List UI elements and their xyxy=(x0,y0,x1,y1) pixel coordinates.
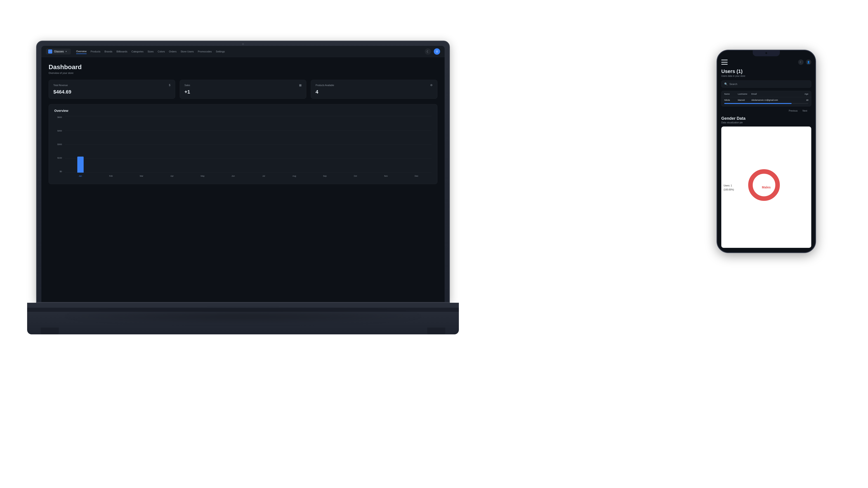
phone-theme-icon[interactable]: ☾ xyxy=(798,59,804,65)
nav-link-colors[interactable]: Colors xyxy=(158,49,165,54)
phone-page-title: Users (1) xyxy=(721,68,811,74)
chart-month-apr: Apr xyxy=(157,173,187,180)
laptop-feet xyxy=(41,328,445,334)
laptop-camera xyxy=(242,43,244,45)
nav-link-categories[interactable]: Categories xyxy=(131,49,143,54)
chart-month-jul: Jul xyxy=(248,173,279,180)
chart-bar-jan xyxy=(77,157,84,173)
stat-header-products: Products Available ⚙ xyxy=(315,84,433,87)
chart-col-jan xyxy=(65,157,96,173)
td-lastname: Marović xyxy=(738,99,751,101)
nav-bar: 👓 Glasses ▾ Overview Products Brands Bil… xyxy=(41,46,445,57)
phone: ☾ 👤 Users (1) Users data in your store 🔍… xyxy=(717,50,816,253)
donut-legend-text: Users: 1(100.00%) xyxy=(723,184,734,191)
chart-month-aug: Aug xyxy=(279,173,309,180)
chart-y-labels: $600 $450 $300 $150 $0 xyxy=(54,116,63,173)
nav-link-settings[interactable]: Settings xyxy=(216,49,225,54)
chart-y-label-2: $150 xyxy=(54,157,63,159)
chart-y-label-4: $450 xyxy=(54,130,63,132)
chart-month-feb: Feb xyxy=(96,173,126,180)
table-scrollbar[interactable] xyxy=(724,103,808,104)
chart-y-label-5: $600 xyxy=(54,116,63,119)
next-button[interactable]: Next xyxy=(801,109,809,112)
th-email: Email xyxy=(751,93,803,95)
laptop-foot-right xyxy=(427,328,445,334)
stat-icon-sales: ▦ xyxy=(299,84,302,87)
table-row[interactable]: Nikola Marović nikolamarovic.11@gmail.co… xyxy=(721,97,811,103)
stat-header-revenue: Total Revenue $ xyxy=(53,84,170,87)
nav-brand[interactable]: 👓 Glasses ▾ xyxy=(46,48,71,55)
donut-chart: Males xyxy=(746,167,786,207)
user-avatar[interactable]: U xyxy=(434,48,440,55)
stat-value-sales: +1 xyxy=(184,89,190,95)
page-title: Dashboard xyxy=(49,64,437,71)
laptop-body: 👓 Glasses ▾ Overview Products Brands Bil… xyxy=(36,41,450,303)
users-table: Name Lastname Email Age Nikola Marović n… xyxy=(721,91,811,106)
table-header: Name Lastname Email Age xyxy=(721,91,811,97)
td-email: nikolamarovic.11@gmail.com xyxy=(751,99,803,101)
chart-month-oct: Oct xyxy=(340,173,371,180)
chart-month-jun: Jun xyxy=(218,173,248,180)
donut-legend: Users: 1(100.00%) xyxy=(723,183,734,191)
phone-notch xyxy=(753,51,780,56)
stat-icon-revenue: $ xyxy=(169,84,170,87)
laptop-foot-left xyxy=(41,328,59,334)
stat-header-sales: Sales ▦ xyxy=(184,84,302,87)
gender-section-title: Gender Data xyxy=(721,116,811,121)
theme-toggle-button[interactable]: ☾ xyxy=(425,48,431,55)
stat-card-revenue: Total Revenue $ $464.69 xyxy=(49,80,175,99)
stat-label-revenue: Total Revenue xyxy=(53,84,68,87)
page-subtitle: Overview of your store xyxy=(49,72,437,74)
chart-month-may: May xyxy=(187,173,218,180)
phone-user-icon[interactable]: 👤 xyxy=(806,59,811,65)
nav-link-promocodes[interactable]: Promocodes xyxy=(198,49,212,54)
scrollbar-thumb xyxy=(724,103,792,104)
laptop-screen: 👓 Glasses ▾ Overview Products Brands Bil… xyxy=(41,46,445,302)
glasses-icon: 👓 xyxy=(48,50,52,54)
previous-button[interactable]: Previous xyxy=(787,109,799,112)
chart-title: Overview xyxy=(54,109,432,112)
nav-link-orders[interactable]: Orders xyxy=(169,49,177,54)
svg-point-1 xyxy=(755,176,773,194)
th-lastname: Lastname xyxy=(738,93,751,95)
nav-link-store-users[interactable]: Store Users xyxy=(181,49,194,54)
phone-nav: ☾ 👤 xyxy=(721,59,811,65)
menu-line-1 xyxy=(721,60,727,60)
phone-content: ☾ 👤 Users (1) Users data in your store 🔍… xyxy=(717,51,815,252)
stat-icon-products: ⚙ xyxy=(430,84,433,87)
hamburger-menu-button[interactable] xyxy=(721,60,727,65)
stat-card-products: Products Available ⚙ 4 xyxy=(311,80,437,99)
search-placeholder: Search xyxy=(730,83,808,86)
nav-link-sizes[interactable]: Sizes xyxy=(148,49,154,54)
chart-bars-area xyxy=(65,116,432,173)
chart-y-label-3: $300 xyxy=(54,143,63,145)
stat-value-revenue: $464.69 xyxy=(53,89,71,95)
chart-area: $600 $450 $300 $150 $0 xyxy=(54,116,432,180)
phone-camera xyxy=(765,52,767,54)
scene: 👓 Glasses ▾ Overview Products Brands Bil… xyxy=(0,0,868,488)
nav-link-overview[interactable]: Overview xyxy=(76,49,87,54)
brand-name: Glasses xyxy=(54,50,64,53)
gender-chart-card: Users: 1(100.00%) Males xyxy=(721,127,811,248)
nav-link-products[interactable]: Products xyxy=(91,49,100,54)
phone-page-subtitle: Users data in your store xyxy=(721,75,811,77)
search-icon: 🔍 xyxy=(724,83,727,86)
menu-line-3 xyxy=(721,64,727,65)
phone-screen: ☾ 👤 Users (1) Users data in your store 🔍… xyxy=(717,51,815,252)
td-age: 18 xyxy=(803,99,808,101)
stats-row: Total Revenue $ $464.69 Sales ▦ + xyxy=(49,80,437,99)
nav-actions: ☾ U xyxy=(425,48,440,55)
app-container: 👓 Glasses ▾ Overview Products Brands Bil… xyxy=(41,46,445,302)
menu-line-2 xyxy=(721,62,727,63)
laptop-shadow xyxy=(59,310,427,323)
td-name: Nikola xyxy=(724,99,738,101)
stat-card-sales: Sales ▦ +1 xyxy=(180,80,306,99)
th-name: Name xyxy=(724,93,738,95)
chart-y-label-1: $0 xyxy=(54,170,63,173)
nav-links: Overview Products Brands Billboards Cate… xyxy=(76,49,419,54)
nav-link-brands[interactable]: Brands xyxy=(104,49,112,54)
phone-search-bar[interactable]: 🔍 Search xyxy=(721,80,811,88)
chart-month-nov: Nov xyxy=(371,173,401,180)
stat-label-sales: Sales xyxy=(184,84,190,87)
nav-link-billboards[interactable]: Billboards xyxy=(116,49,127,54)
